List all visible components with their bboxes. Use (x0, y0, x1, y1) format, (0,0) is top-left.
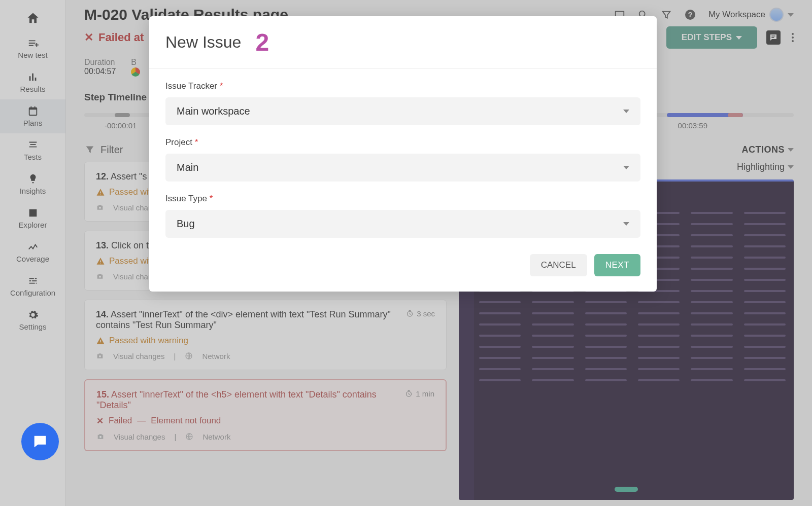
label: Configuration (10, 288, 55, 297)
label: ACTIONS (742, 144, 785, 155)
camera-icon (96, 272, 104, 280)
step-duration: 3 sec (406, 309, 435, 318)
close-icon: ✕ (84, 31, 93, 44)
browser-label: B (131, 58, 140, 67)
chevron-down-icon (623, 222, 629, 226)
sidebar-item-coverage[interactable]: Coverage (0, 235, 65, 269)
label: Coverage (16, 255, 49, 263)
network-link[interactable]: Network (202, 352, 230, 360)
svg-point-4 (99, 207, 101, 209)
sidebar-item-tests[interactable]: Tests (0, 133, 65, 167)
chat-fab[interactable] (21, 423, 59, 460)
chevron-down-icon (788, 148, 794, 152)
network-link[interactable]: Network (202, 432, 230, 441)
label: Plans (23, 119, 43, 127)
duration-label: Duration (84, 58, 116, 67)
annotation-number: 2 (255, 28, 269, 56)
globe-icon (185, 432, 193, 441)
modal-title: New Issue 2 (165, 28, 640, 56)
svg-text:?: ? (688, 11, 693, 19)
step-card[interactable]: 14. Assert "innerText" of the <div> elem… (84, 300, 447, 370)
filter-input[interactable]: Filter (84, 144, 123, 156)
label: Results (20, 85, 45, 93)
field-label-tracker: Issue Tracker * (165, 81, 640, 91)
visual-changes-link[interactable]: Visual changes (113, 352, 164, 360)
issue-type-select[interactable]: Bug (165, 210, 640, 238)
label: Tests (24, 153, 42, 161)
cancel-button[interactable]: CANCEL (530, 254, 587, 276)
chevron-down-icon (623, 166, 629, 169)
edit-steps-button[interactable]: EDIT STEPS (666, 26, 757, 49)
chevron-down-icon (788, 165, 794, 169)
sidebar-item-settings[interactable]: Settings (0, 303, 65, 337)
svg-point-12 (99, 436, 101, 438)
status-failed: ✕ Failed — Element not found (96, 416, 434, 426)
sidebar-item-results[interactable]: Results (0, 65, 65, 99)
camera-icon (96, 432, 105, 441)
close-icon: ✕ (96, 416, 104, 426)
label: Settings (19, 322, 46, 331)
chevron-down-icon (736, 36, 742, 40)
filter-icon[interactable] (661, 9, 672, 20)
label: Explorer (19, 221, 47, 229)
issue-tracker-select[interactable]: Main workspace (165, 97, 640, 125)
visual-changes-link[interactable]: Visual changes (114, 432, 165, 441)
chevron-down-icon (788, 13, 794, 17)
sidebar-item-insights[interactable]: Insights (0, 167, 65, 201)
new-issue-modal: New Issue 2 Issue Tracker * Main workspa… (149, 16, 657, 292)
chrome-icon (131, 67, 140, 77)
field-label-project: Project * (165, 137, 640, 148)
failed-text: Failed at (98, 31, 144, 44)
sidebar-item-plans[interactable]: Plans (0, 99, 65, 133)
step-card-failed[interactable]: 15. Assert "innerText" of the <h5> eleme… (84, 379, 447, 451)
project-select[interactable]: Main (165, 154, 640, 182)
camera-icon (96, 352, 104, 360)
label: New test (18, 51, 47, 59)
svg-point-6 (99, 276, 101, 278)
kebab-menu[interactable] (792, 33, 794, 42)
avatar (769, 8, 784, 22)
actions-dropdown[interactable]: ACTIONS (742, 144, 794, 155)
status-warning: Passed with warning (96, 336, 435, 346)
notes-button[interactable] (766, 30, 781, 45)
globe-icon (185, 352, 193, 360)
help-icon[interactable]: ? (684, 9, 696, 21)
duration-value: 00:04:57 (84, 67, 116, 76)
sidebar-item-new-test[interactable]: New test (0, 31, 65, 65)
chevron-down-icon (623, 110, 629, 113)
field-label-type: Issue Type * (165, 194, 640, 204)
camera-icon (96, 203, 104, 211)
workspace-label: My Workspace (708, 10, 765, 20)
sidebar-item-explorer[interactable]: Explorer (0, 201, 65, 235)
filter-placeholder: Filter (100, 144, 123, 156)
label: Insights (20, 187, 46, 195)
next-button[interactable]: NEXT (594, 254, 640, 276)
step-duration: 1 min (405, 389, 434, 398)
label: EDIT STEPS (682, 32, 732, 43)
highlighting-dropdown[interactable]: Highlighting (737, 162, 794, 172)
sidebar-item-configuration[interactable]: Configuration (0, 269, 65, 303)
sidebar-item-home[interactable] (0, 5, 65, 31)
svg-point-9 (99, 355, 101, 357)
timeline-start: -00:00:01 (105, 121, 137, 130)
workspace-selector[interactable]: My Workspace (708, 8, 794, 22)
timeline-end: 00:03:59 (678, 121, 707, 130)
